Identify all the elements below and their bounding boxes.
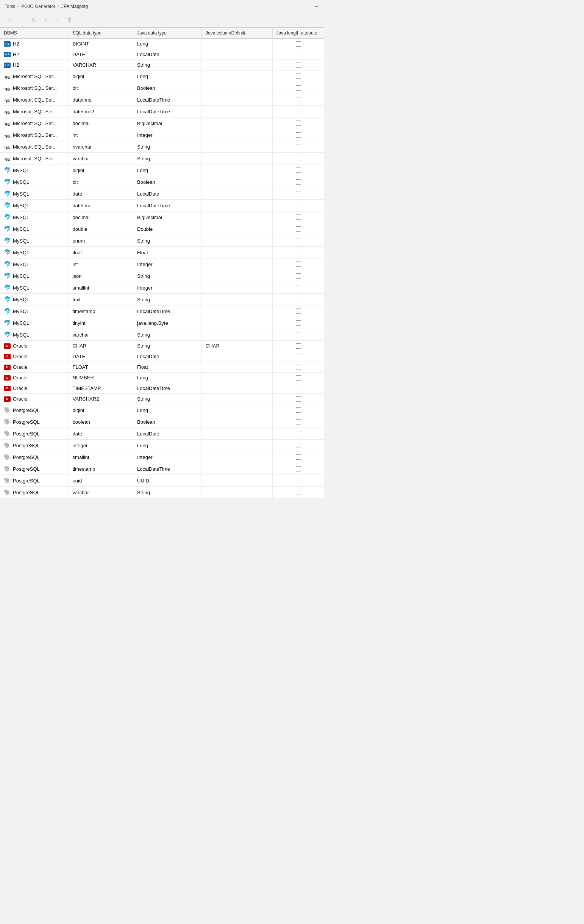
cell-length[interactable] — [272, 235, 324, 247]
length-checkbox[interactable] — [296, 144, 301, 149]
cell-length[interactable] — [272, 211, 324, 223]
length-checkbox[interactable] — [296, 179, 301, 185]
length-checkbox[interactable] — [296, 203, 301, 208]
cell-length[interactable] — [272, 71, 324, 82]
table-row[interactable]: 🐬MySQLdatetimeLocalDateTime — [0, 200, 324, 211]
table-row[interactable]: 🐬MySQLintInteger — [0, 259, 324, 270]
length-checkbox[interactable] — [296, 478, 301, 483]
cell-length[interactable] — [272, 223, 324, 235]
remove-button[interactable]: − — [16, 15, 26, 25]
cell-length[interactable] — [272, 165, 324, 176]
length-checkbox[interactable] — [296, 120, 301, 126]
cell-length[interactable] — [272, 305, 324, 317]
length-checkbox[interactable] — [296, 365, 301, 370]
move-up-button[interactable]: ↑ — [40, 15, 51, 25]
cell-length[interactable] — [272, 82, 324, 94]
table-row[interactable]: H2H2BIGINTLong — [0, 39, 324, 49]
table-row[interactable]: 🐬MySQLdecimalBigDecimal — [0, 211, 324, 223]
table-row[interactable]: 🐬MySQLfloatFloat — [0, 247, 324, 259]
length-checkbox[interactable] — [296, 52, 301, 57]
length-checkbox[interactable] — [296, 332, 301, 337]
table-row[interactable]: OOracleTIMESTAMPLocalDateTime — [0, 383, 324, 394]
table-row[interactable]: 🐬MySQLjsonString — [0, 270, 324, 282]
length-checkbox[interactable] — [296, 109, 301, 114]
length-checkbox[interactable] — [296, 250, 301, 255]
cell-length[interactable] — [272, 188, 324, 200]
table-row[interactable]: 🦡Microsoft SQL Ser...bitBoolean — [0, 82, 324, 94]
table-row[interactable]: 🐘PostgreSQLbigintLong — [0, 404, 324, 416]
table-row[interactable]: 🐬MySQLbitBoolean — [0, 176, 324, 188]
cell-length[interactable] — [272, 117, 324, 129]
table-row[interactable]: 🦡Microsoft SQL Ser...bigintLong — [0, 71, 324, 82]
table-row[interactable]: 🐬MySQLdoubleDouble — [0, 223, 324, 235]
table-row[interactable]: 🐬MySQLdateLocalDate — [0, 188, 324, 200]
delete-button[interactable]: 🗑 — [64, 15, 75, 25]
length-checkbox[interactable] — [296, 431, 301, 436]
length-checkbox[interactable] — [296, 85, 301, 91]
length-checkbox[interactable] — [296, 156, 301, 161]
cell-length[interactable] — [272, 416, 324, 428]
cell-length[interactable] — [272, 282, 324, 294]
length-checkbox[interactable] — [296, 74, 301, 79]
length-checkbox[interactable] — [296, 454, 301, 460]
cell-length[interactable] — [272, 475, 324, 487]
table-row[interactable]: 🐘PostgreSQLtimestampLocalDateTime — [0, 463, 324, 475]
length-checkbox[interactable] — [296, 386, 301, 391]
table-row[interactable]: 🦡Microsoft SQL Ser...varcharString — [0, 153, 324, 165]
table-row[interactable]: 🐬MySQLsmallintInteger — [0, 282, 324, 294]
cell-length[interactable] — [272, 394, 324, 404]
back-button[interactable]: ← — [314, 3, 320, 10]
table-row[interactable]: OOracleVARCHAR2String — [0, 394, 324, 404]
table-row[interactable]: 🐘PostgreSQLuuidUUID — [0, 475, 324, 487]
cell-length[interactable] — [272, 294, 324, 305]
table-row[interactable]: OOracleFLOATFloat — [0, 362, 324, 373]
length-checkbox[interactable] — [296, 343, 301, 349]
table-row[interactable]: 🐬MySQLtinyintjava.lang.Byte — [0, 317, 324, 329]
table-row[interactable]: OOracleNUMBERLong — [0, 373, 324, 383]
cell-length[interactable] — [272, 106, 324, 117]
cell-length[interactable] — [272, 463, 324, 475]
table-row[interactable]: 🐬MySQLtextString — [0, 294, 324, 305]
length-checkbox[interactable] — [296, 132, 301, 138]
length-checkbox[interactable] — [296, 443, 301, 448]
length-checkbox[interactable] — [296, 375, 301, 381]
length-checkbox[interactable] — [296, 396, 301, 402]
cell-length[interactable] — [272, 141, 324, 153]
table-row[interactable]: 🦡Microsoft SQL Ser...datetime2LocalDateT… — [0, 106, 324, 117]
length-checkbox[interactable] — [296, 63, 301, 68]
length-checkbox[interactable] — [296, 297, 301, 302]
cell-length[interactable] — [272, 383, 324, 394]
cell-length[interactable] — [272, 259, 324, 270]
cell-length[interactable] — [272, 329, 324, 341]
table-row[interactable]: 🐬MySQLvarcharString — [0, 329, 324, 341]
cell-length[interactable] — [272, 373, 324, 383]
cell-length[interactable] — [272, 176, 324, 188]
table-row[interactable]: OOracleCHARStringCHAR — [0, 341, 324, 351]
cell-length[interactable] — [272, 362, 324, 373]
table-row[interactable]: 🐘PostgreSQLbooleanBoolean — [0, 416, 324, 428]
cell-length[interactable] — [272, 451, 324, 463]
length-checkbox[interactable] — [296, 408, 301, 413]
length-checkbox[interactable] — [296, 238, 301, 243]
table-row[interactable]: 🐬MySQLenumString — [0, 235, 324, 247]
cell-length[interactable] — [272, 60, 324, 71]
table-row[interactable]: H2H2DATELocalDate — [0, 49, 324, 60]
length-checkbox[interactable] — [296, 191, 301, 196]
cell-length[interactable] — [272, 153, 324, 165]
table-row[interactable]: 🐘PostgreSQLvarcharString — [0, 487, 324, 498]
cell-length[interactable] — [272, 129, 324, 141]
cell-length[interactable] — [272, 317, 324, 329]
cell-length[interactable] — [272, 94, 324, 106]
table-row[interactable]: H2H2VARCHARString — [0, 60, 324, 71]
breadcrumb-pojo[interactable]: POJO Generator — [21, 4, 55, 9]
cell-length[interactable] — [272, 428, 324, 440]
length-checkbox[interactable] — [296, 226, 301, 231]
table-row[interactable]: 🦡Microsoft SQL Ser...decimalBigDecimal — [0, 117, 324, 129]
add-button[interactable]: + — [4, 15, 15, 25]
length-checkbox[interactable] — [296, 41, 301, 46]
cell-length[interactable] — [272, 341, 324, 351]
cell-length[interactable] — [272, 39, 324, 49]
cell-length[interactable] — [272, 200, 324, 211]
table-row[interactable]: 🦡Microsoft SQL Ser...datetimeLocalDateTi… — [0, 94, 324, 106]
table-row[interactable]: 🐘PostgreSQLdateLocalDate — [0, 428, 324, 440]
